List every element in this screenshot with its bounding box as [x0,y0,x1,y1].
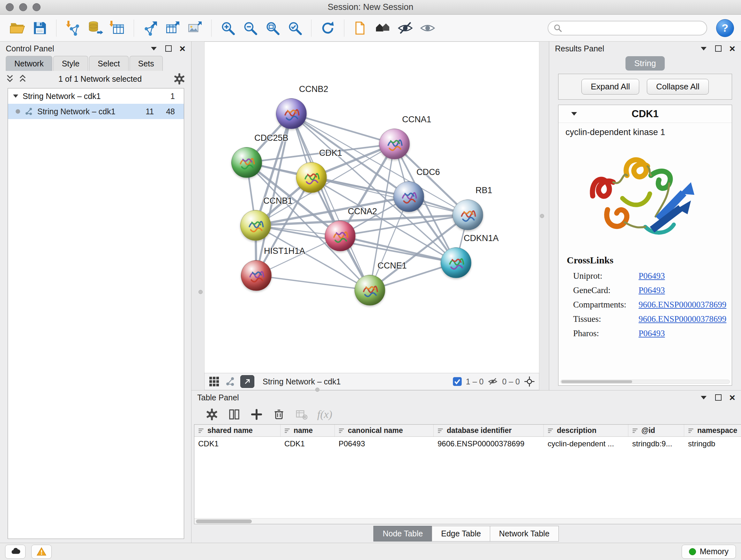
tab-network[interactable]: Network [6,56,52,71]
gene-section-collapse-button[interactable] [570,111,578,117]
show-columns-button[interactable] [228,408,241,421]
protein-scribble [382,132,407,157]
apply-layout-button[interactable] [317,17,338,39]
column-header-canonical-name[interactable]: canonical name [335,425,434,436]
toolbar-separator [311,19,312,37]
network-node-rb1[interactable] [453,199,483,230]
triangle-down-icon [570,111,578,116]
expand-all-results-button[interactable]: Expand All [582,79,639,95]
network-canvas[interactable]: CCNB2CCNA1CDC25BCDK1CDC6RB1CCNB1CCNA2CDK… [204,42,539,373]
network-node-ccnb2[interactable] [276,98,307,129]
crosslink-uniprot-link[interactable]: P06493 [638,271,665,281]
network-share-button[interactable] [224,376,236,387]
export-image-button[interactable] [185,17,205,39]
export-table-button[interactable] [162,17,183,39]
zoom-window-button[interactable] [32,3,41,11]
expand-all-button[interactable] [18,74,27,84]
import-network-button[interactable] [62,17,83,39]
column-header-id[interactable]: @id [628,425,684,436]
right-splitter-handle[interactable] [540,214,544,218]
protein-structure-image [558,139,732,250]
tab-select[interactable]: Select [89,56,128,71]
network-tree: String Network – cdk1 1 String Network –… [8,88,184,539]
network-collection-row[interactable]: String Network – cdk1 1 [8,88,184,104]
birds-eye-view-button[interactable] [524,376,535,387]
results-horizontal-scrollbar[interactable] [560,380,730,384]
column-header-namespace[interactable]: namespace [684,425,741,436]
tab-edge-table[interactable]: Edge Table [432,526,490,542]
table-options-button[interactable] [205,408,218,421]
results-panel-float-button[interactable] [715,45,722,52]
column-header-name[interactable]: name [280,425,335,436]
nested-networks-button[interactable] [373,17,394,39]
search-input[interactable] [548,21,707,36]
network-node-cdkn1a[interactable] [441,247,471,278]
left-splitter-handle[interactable] [199,290,203,294]
control-panel-menu-button[interactable] [150,46,158,51]
tab-network-table[interactable]: Network Table [490,526,559,542]
horizontal-splitter-handle[interactable] [315,388,320,392]
control-panel-float-button[interactable] [165,45,172,52]
grid-view-button[interactable] [208,376,220,387]
network-node-ccna2[interactable] [325,221,355,251]
network-row[interactable]: String Network – cdk1 11 48 [8,104,184,119]
clipboard-button[interactable] [350,17,371,39]
node-table: shared name name canonical name database… [194,424,741,524]
crosslink-genecard-link[interactable]: P06493 [638,286,665,295]
zoom-out-button[interactable] [240,17,261,39]
import-table-button[interactable] [107,17,128,39]
hide-selected-button[interactable] [395,17,416,39]
column-header-database-identifier[interactable]: database identifier [434,425,544,436]
table-panel-close-button[interactable]: × [729,394,735,401]
collapse-all-button[interactable] [6,74,14,84]
network-options-button[interactable] [173,73,185,85]
open-in-new-view-button[interactable] [240,375,254,388]
network-node-ccnb1[interactable] [240,210,271,241]
network-node-ccna1[interactable] [379,129,410,159]
cell-database-identifier: 9606.ENSP00000378699 [434,439,544,448]
tab-sets[interactable]: Sets [130,56,163,71]
network-node-cdk1[interactable] [296,162,327,193]
collapse-all-results-button[interactable]: Collapse All [647,79,709,95]
table-horizontal-scrollbar[interactable] [194,518,741,524]
help-button[interactable]: ? [716,19,734,37]
crosslink-pharos-link[interactable]: P06493 [638,328,665,338]
close-window-button[interactable] [6,3,14,11]
tab-style[interactable]: Style [53,56,88,71]
export-network-icon [142,20,158,36]
results-panel-close-button[interactable]: × [729,45,735,52]
column-header-description[interactable]: description [544,425,628,436]
delete-column-button[interactable] [273,408,285,421]
zoom-selected-button[interactable] [284,17,306,39]
results-panel-menu-button[interactable] [700,46,708,51]
network-node-cdc6[interactable] [394,181,424,212]
network-node-cdc25b[interactable] [231,147,262,178]
scrollbar-thumb[interactable] [561,380,632,383]
export-network-button[interactable] [140,17,161,39]
import-network-from-database-button[interactable] [84,17,106,39]
show-hidden-button[interactable] [417,17,438,39]
memory-button[interactable]: Memory [682,545,736,559]
crosslink-compartments-link[interactable]: 9606.ENSP00000378699 [638,300,726,310]
control-panel-close-button[interactable]: × [179,45,185,52]
save-session-button[interactable] [29,17,51,39]
crosslink-tissues-link[interactable]: 9606.ENSP00000378699 [638,314,726,324]
create-column-button[interactable] [250,408,263,421]
warnings-button[interactable] [31,545,52,559]
results-tab-string[interactable]: String [625,56,665,71]
open-session-button[interactable] [7,17,28,39]
column-header-shared-name[interactable]: shared name [194,425,280,436]
network-node-hist1h1a[interactable] [241,260,272,291]
table-row[interactable]: CDK1 CDK1 P06493 9606.ENSP00000378699 cy… [194,437,741,451]
trash-icon [273,408,285,421]
minimize-window-button[interactable] [19,3,27,11]
table-panel-menu-button[interactable] [700,395,708,400]
network-node-ccne1[interactable] [354,275,385,306]
selected-checkbox-icon[interactable] [453,377,462,386]
cloud-status-button[interactable] [5,545,25,559]
tab-node-table[interactable]: Node Table [374,526,432,542]
scrollbar-thumb[interactable] [196,519,252,523]
zoom-fit-button[interactable] [262,17,283,39]
zoom-in-button[interactable] [217,17,239,39]
table-panel-float-button[interactable] [715,394,722,401]
